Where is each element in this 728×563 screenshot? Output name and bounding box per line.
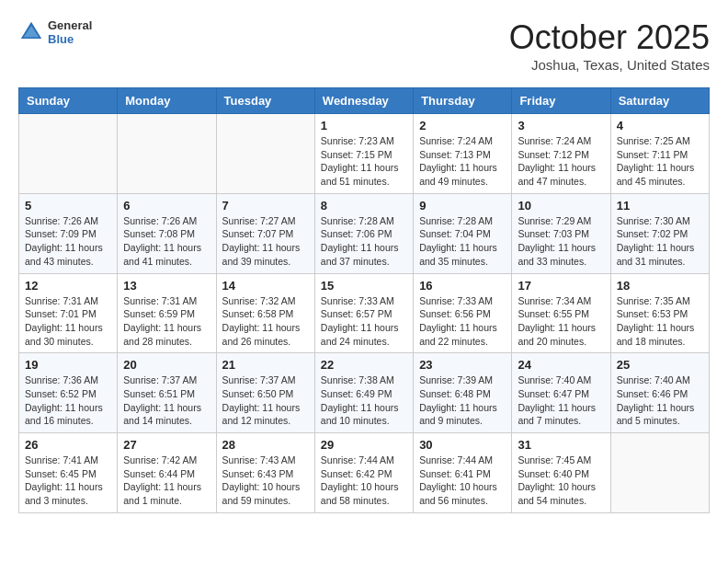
calendar-cell: 14Sunrise: 7:32 AM Sunset: 6:58 PM Dayli…: [216, 273, 314, 353]
calendar-week-row: 1Sunrise: 7:23 AM Sunset: 7:15 PM Daylig…: [19, 114, 710, 194]
calendar-cell: 26Sunrise: 7:41 AM Sunset: 6:45 PM Dayli…: [19, 433, 118, 513]
weekday-header-row: SundayMondayTuesdayWednesdayThursdayFrid…: [19, 88, 710, 114]
day-info: Sunrise: 7:38 AM Sunset: 6:49 PM Dayligh…: [321, 373, 407, 428]
day-info: Sunrise: 7:28 AM Sunset: 7:04 PM Dayligh…: [419, 214, 506, 269]
day-info: Sunrise: 7:28 AM Sunset: 7:06 PM Dayligh…: [321, 214, 407, 269]
calendar-cell: 11Sunrise: 7:30 AM Sunset: 7:02 PM Dayli…: [610, 193, 709, 273]
calendar-cell: 23Sunrise: 7:39 AM Sunset: 6:48 PM Dayli…: [414, 353, 512, 433]
calendar-cell: 10Sunrise: 7:29 AM Sunset: 7:03 PM Dayli…: [512, 193, 610, 273]
day-info: Sunrise: 7:25 AM Sunset: 7:11 PM Dayligh…: [617, 134, 703, 189]
day-info: Sunrise: 7:31 AM Sunset: 7:01 PM Dayligh…: [25, 294, 111, 349]
day-info: Sunrise: 7:33 AM Sunset: 6:56 PM Dayligh…: [419, 294, 506, 349]
day-number: 23: [419, 358, 506, 372]
day-info: Sunrise: 7:26 AM Sunset: 7:09 PM Dayligh…: [25, 214, 111, 269]
day-number: 30: [419, 438, 506, 452]
calendar-cell: 17Sunrise: 7:34 AM Sunset: 6:55 PM Dayli…: [512, 273, 610, 353]
calendar-cell: 7Sunrise: 7:27 AM Sunset: 7:07 PM Daylig…: [216, 193, 314, 273]
calendar-cell: 8Sunrise: 7:28 AM Sunset: 7:06 PM Daylig…: [314, 193, 413, 273]
calendar-week-row: 5Sunrise: 7:26 AM Sunset: 7:09 PM Daylig…: [19, 193, 710, 273]
calendar-cell: 22Sunrise: 7:38 AM Sunset: 6:49 PM Dayli…: [314, 353, 413, 433]
calendar-cell: 13Sunrise: 7:31 AM Sunset: 6:59 PM Dayli…: [118, 273, 216, 353]
calendar-cell: 24Sunrise: 7:40 AM Sunset: 6:47 PM Dayli…: [512, 353, 610, 433]
day-info: Sunrise: 7:24 AM Sunset: 7:13 PM Dayligh…: [419, 134, 506, 189]
day-info: Sunrise: 7:30 AM Sunset: 7:02 PM Dayligh…: [617, 214, 703, 269]
calendar-cell: 29Sunrise: 7:44 AM Sunset: 6:42 PM Dayli…: [314, 433, 413, 513]
weekday-header-thursday: Thursday: [414, 88, 512, 114]
calendar-cell: 2Sunrise: 7:24 AM Sunset: 7:13 PM Daylig…: [414, 114, 512, 194]
day-info: Sunrise: 7:44 AM Sunset: 6:41 PM Dayligh…: [419, 454, 506, 508]
calendar-cell: 21Sunrise: 7:37 AM Sunset: 6:50 PM Dayli…: [216, 353, 314, 433]
day-number: 13: [123, 279, 210, 293]
day-number: 20: [123, 358, 210, 372]
logo-icon: [18, 19, 44, 45]
day-info: Sunrise: 7:24 AM Sunset: 7:12 PM Dayligh…: [518, 134, 604, 189]
day-number: 2: [419, 119, 506, 132]
day-info: Sunrise: 7:27 AM Sunset: 7:07 PM Dayligh…: [222, 214, 309, 269]
day-number: 4: [617, 119, 703, 132]
day-info: Sunrise: 7:23 AM Sunset: 7:15 PM Dayligh…: [321, 134, 407, 189]
logo: General Blue: [18, 18, 92, 46]
calendar-cell: 15Sunrise: 7:33 AM Sunset: 6:57 PM Dayli…: [314, 273, 413, 353]
weekday-header-friday: Friday: [512, 88, 610, 114]
calendar-cell: 5Sunrise: 7:26 AM Sunset: 7:09 PM Daylig…: [19, 193, 118, 273]
day-number: 12: [25, 279, 111, 293]
calendar-cell: 28Sunrise: 7:43 AM Sunset: 6:43 PM Dayli…: [216, 433, 314, 513]
day-info: Sunrise: 7:37 AM Sunset: 6:50 PM Dayligh…: [222, 373, 309, 428]
day-info: Sunrise: 7:35 AM Sunset: 6:53 PM Dayligh…: [617, 294, 703, 349]
location: Joshua, Texas, United States: [509, 57, 710, 73]
calendar-cell: 16Sunrise: 7:33 AM Sunset: 6:56 PM Dayli…: [414, 273, 512, 353]
title-block: October 2025 Joshua, Texas, United State…: [509, 18, 710, 73]
day-info: Sunrise: 7:39 AM Sunset: 6:48 PM Dayligh…: [419, 373, 506, 428]
day-number: 8: [321, 199, 407, 213]
day-number: 22: [321, 358, 407, 372]
day-number: 16: [419, 279, 506, 293]
calendar-cell: 31Sunrise: 7:45 AM Sunset: 6:40 PM Dayli…: [512, 433, 610, 513]
logo-general: General: [48, 18, 92, 32]
day-number: 17: [518, 279, 604, 293]
calendar-cell: 1Sunrise: 7:23 AM Sunset: 7:15 PM Daylig…: [314, 114, 413, 194]
calendar-cell: 3Sunrise: 7:24 AM Sunset: 7:12 PM Daylig…: [512, 114, 610, 194]
calendar-week-row: 26Sunrise: 7:41 AM Sunset: 6:45 PM Dayli…: [19, 433, 710, 513]
calendar-cell: 27Sunrise: 7:42 AM Sunset: 6:44 PM Dayli…: [118, 433, 216, 513]
day-number: 11: [617, 199, 703, 213]
calendar-cell: [610, 433, 709, 513]
day-info: Sunrise: 7:40 AM Sunset: 6:46 PM Dayligh…: [617, 373, 703, 428]
calendar-week-row: 19Sunrise: 7:36 AM Sunset: 6:52 PM Dayli…: [19, 353, 710, 433]
day-number: 19: [25, 358, 111, 372]
month-title: October 2025: [509, 18, 710, 57]
calendar-cell: 18Sunrise: 7:35 AM Sunset: 6:53 PM Dayli…: [610, 273, 709, 353]
day-number: 15: [321, 279, 407, 293]
calendar-cell: 30Sunrise: 7:44 AM Sunset: 6:41 PM Dayli…: [414, 433, 512, 513]
day-number: 18: [617, 279, 703, 293]
day-info: Sunrise: 7:44 AM Sunset: 6:42 PM Dayligh…: [321, 454, 407, 508]
day-number: 31: [518, 438, 604, 452]
day-number: 10: [518, 199, 604, 213]
day-info: Sunrise: 7:26 AM Sunset: 7:08 PM Dayligh…: [123, 214, 210, 269]
logo-blue: Blue: [48, 32, 92, 46]
day-info: Sunrise: 7:43 AM Sunset: 6:43 PM Dayligh…: [222, 454, 309, 508]
logo-text: General Blue: [48, 18, 92, 46]
day-number: 25: [617, 358, 703, 372]
day-info: Sunrise: 7:32 AM Sunset: 6:58 PM Dayligh…: [222, 294, 309, 349]
day-info: Sunrise: 7:37 AM Sunset: 6:51 PM Dayligh…: [123, 373, 210, 428]
calendar-cell: 12Sunrise: 7:31 AM Sunset: 7:01 PM Dayli…: [19, 273, 118, 353]
calendar-cell: 6Sunrise: 7:26 AM Sunset: 7:08 PM Daylig…: [118, 193, 216, 273]
calendar-cell: 9Sunrise: 7:28 AM Sunset: 7:04 PM Daylig…: [414, 193, 512, 273]
calendar-cell: [19, 114, 118, 194]
weekday-header-saturday: Saturday: [610, 88, 709, 114]
day-info: Sunrise: 7:29 AM Sunset: 7:03 PM Dayligh…: [518, 214, 604, 269]
day-info: Sunrise: 7:33 AM Sunset: 6:57 PM Dayligh…: [321, 294, 407, 349]
weekday-header-wednesday: Wednesday: [314, 88, 413, 114]
day-number: 6: [123, 199, 210, 213]
weekday-header-monday: Monday: [118, 88, 216, 114]
day-info: Sunrise: 7:31 AM Sunset: 6:59 PM Dayligh…: [123, 294, 210, 349]
weekday-header-tuesday: Tuesday: [216, 88, 314, 114]
calendar-cell: 4Sunrise: 7:25 AM Sunset: 7:11 PM Daylig…: [610, 114, 709, 194]
calendar-cell: 25Sunrise: 7:40 AM Sunset: 6:46 PM Dayli…: [610, 353, 709, 433]
day-number: 14: [222, 279, 309, 293]
day-info: Sunrise: 7:40 AM Sunset: 6:47 PM Dayligh…: [518, 373, 604, 428]
day-number: 9: [419, 199, 506, 213]
day-info: Sunrise: 7:45 AM Sunset: 6:40 PM Dayligh…: [518, 454, 604, 508]
day-number: 24: [518, 358, 604, 372]
day-info: Sunrise: 7:36 AM Sunset: 6:52 PM Dayligh…: [25, 373, 111, 428]
